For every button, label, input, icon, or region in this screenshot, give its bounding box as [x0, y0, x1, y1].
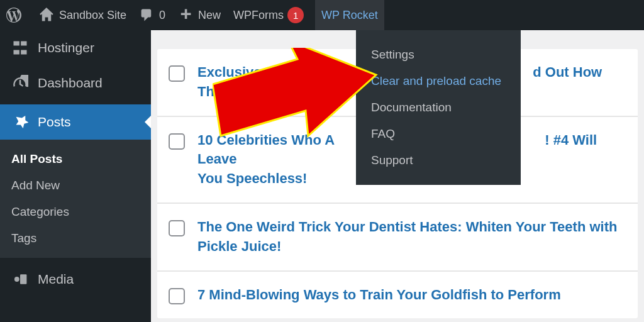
sidebar-label: Hostinger	[38, 40, 94, 55]
dropdown-item-settings[interactable]: Settings	[356, 42, 521, 68]
site-name-link[interactable]: Sandbox Site	[33, 0, 133, 30]
home-icon	[39, 8, 54, 23]
wpforms-link[interactable]: WPForms 1	[227, 0, 310, 30]
post-row: The One Weird Trick Your Dentist Hates: …	[157, 203, 638, 270]
post-checkbox[interactable]	[169, 65, 185, 82]
wpforms-label: WPForms	[233, 9, 284, 22]
wpforms-badge: 1	[287, 7, 304, 23]
hostinger-icon	[11, 39, 29, 57]
submenu-item-all-posts[interactable]: All Posts	[0, 146, 151, 172]
sidebar-item-dashboard[interactable]: Dashboard	[0, 65, 151, 101]
submenu-item-add-new[interactable]: Add New	[0, 172, 151, 199]
wordpress-logo-icon[interactable]	[6, 8, 21, 23]
site-name-text: Sandbox Site	[59, 9, 126, 22]
dashboard-icon	[11, 74, 29, 92]
sidebar-label: Media	[38, 272, 74, 287]
svg-rect-1	[20, 274, 26, 284]
post-checkbox[interactable]	[169, 220, 185, 236]
post-title-link[interactable]: The One Weird Trick Your Dentist Hates: …	[197, 218, 626, 257]
submenu-item-tags[interactable]: Tags	[0, 225, 151, 252]
dropdown-item-documentation[interactable]: Documentation	[356, 94, 521, 121]
admin-sidebar: Hostinger Dashboard Posts All Posts Add …	[0, 30, 151, 322]
comments-icon	[139, 8, 154, 23]
sidebar-label: Dashboard	[38, 75, 103, 91]
sidebar-label: Posts	[38, 114, 71, 130]
dropdown-item-clear-cache[interactable]: Clear and preload cache	[356, 68, 521, 94]
new-label: New	[198, 9, 221, 22]
submenu-item-categories[interactable]: Categories	[0, 199, 151, 225]
sidebar-item-media[interactable]: Media	[0, 262, 151, 297]
new-content-link[interactable]: New	[172, 0, 227, 30]
post-checkbox[interactable]	[169, 288, 185, 304]
wprocket-menu[interactable]: WP Rocket	[315, 0, 384, 30]
sidebar-item-posts[interactable]: Posts	[0, 104, 151, 140]
dropdown-item-support[interactable]: Support	[356, 147, 521, 174]
comments-count: 0	[159, 9, 165, 22]
plus-icon	[178, 8, 193, 23]
pin-icon	[11, 113, 29, 131]
post-title-link[interactable]: 7 Mind-Blowing Ways to Train Your Goldfi…	[197, 286, 561, 305]
post-checkbox[interactable]	[169, 133, 185, 150]
admin-bar: Sandbox Site 0 New WPForms 1 WP Rocket	[0, 0, 644, 30]
media-icon	[11, 270, 29, 288]
wprocket-dropdown: Settings Clear and preload cache Documen…	[356, 30, 521, 185]
wprocket-label: WP Rocket	[321, 9, 378, 22]
svg-point-0	[14, 277, 19, 282]
post-row: 7 Mind-Blowing Ways to Train Your Goldfi…	[157, 270, 638, 319]
comments-link[interactable]: 0	[133, 0, 172, 30]
dropdown-item-faq[interactable]: FAQ	[356, 121, 521, 147]
posts-submenu: All Posts Add New Categories Tags	[0, 140, 151, 258]
sidebar-item-hostinger[interactable]: Hostinger	[0, 30, 151, 65]
